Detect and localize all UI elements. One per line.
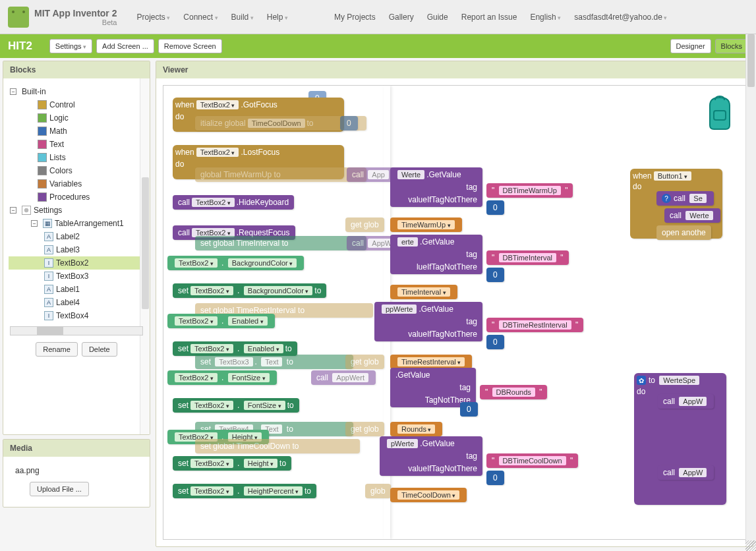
delete-button[interactable]: Delete — [82, 342, 117, 357]
blocks-button[interactable]: Blocks — [715, 39, 748, 53]
menu-build[interactable]: Build — [231, 13, 254, 22]
get-block[interactable]: get glob — [345, 218, 384, 232]
remove-screen-button[interactable]: Remove Screen — [158, 39, 222, 53]
resize-handle[interactable] — [745, 540, 756, 551]
proc-name[interactable]: WerteSpe — [659, 376, 699, 385]
builtin-logic[interactable]: Logic — [9, 111, 144, 125]
call-hidekeyboard-block[interactable]: call TextBox2 .HideKeyboard — [173, 195, 294, 210]
set-backgroundcolor-block[interactable]: set TextBox2 . BackgroundColor to — [173, 283, 326, 298]
set-block[interactable]: set TextBox3. Text to — [195, 355, 353, 369]
component-dropdown[interactable]: TextBox2 — [175, 316, 218, 326]
backpack-icon[interactable] — [703, 94, 736, 133]
var-block[interactable]: TimeWarmUp — [390, 218, 462, 232]
number-block[interactable]: 0 — [486, 200, 504, 215]
string-block[interactable]: " DBTimeRestInterval " — [486, 318, 583, 332]
component-dropdown[interactable]: TextBox2 — [190, 486, 233, 496]
call-block[interactable]: call Werte — [664, 208, 720, 223]
blocks-tree-scrollbar[interactable] — [140, 78, 150, 434]
set-heightpercent-block[interactable]: set TextBox2 . HeightPercent to — [173, 484, 316, 498]
var-block[interactable]: Rounds — [390, 422, 442, 436]
component-dropdown[interactable]: TextBox2 — [190, 286, 233, 295]
comp-label2[interactable]: ALabel2 — [9, 230, 144, 243]
property-dropdown[interactable]: Height — [244, 459, 277, 468]
builtin-colors[interactable]: Colors — [9, 164, 144, 177]
property-dropdown[interactable]: Enabled — [244, 344, 283, 353]
call-getvalue-block[interactable]: pWerte.GetValue tag valueIfTagNotThere — [380, 436, 482, 476]
set-enabled-block[interactable]: set TextBox2 . Enabled to — [173, 341, 297, 356]
number-block[interactable]: 0 — [486, 471, 504, 485]
comp-label3[interactable]: ALabel3 — [9, 243, 144, 256]
call-getvalue-block[interactable]: Werte.GetValue tag valueIfTagNotThere — [390, 167, 482, 207]
set-height-block[interactable]: set TextBox2 . Height to — [173, 456, 291, 471]
property-dropdown[interactable]: Enabled — [228, 316, 268, 326]
add-screen-button[interactable]: Add Screen ... — [96, 39, 154, 53]
comp-label1[interactable]: ALabel1 — [9, 283, 144, 296]
string-block[interactable]: " DBTimeWarmUp " — [486, 183, 573, 198]
component-dropdown[interactable]: TextBox2 — [175, 373, 218, 382]
get-block[interactable]: get glob — [345, 355, 384, 369]
builtin-text[interactable]: Text — [9, 138, 144, 151]
call-getvalue-block[interactable]: .GetValue tag TagNotThere — [390, 368, 476, 407]
var-block[interactable]: TimeCoolDown — [390, 488, 467, 502]
string-block[interactable]: " DBRounds " — [480, 385, 547, 399]
component-dropdown[interactable]: TextBox2 — [190, 401, 233, 410]
open-screen-block[interactable]: open anothe — [656, 225, 711, 240]
comp-textbox3[interactable]: ITextBox3 — [9, 270, 144, 283]
get-backgroundcolor-block[interactable]: TextBox2 . BackgroundColor — [167, 256, 304, 270]
comp-textbox4[interactable]: ITextBox4 — [9, 309, 144, 322]
get-block[interactable]: get glob — [345, 422, 384, 436]
collapse-icon[interactable]: − — [31, 220, 38, 227]
component-dropdown[interactable]: TextBox2 — [190, 344, 233, 353]
call-block[interactable]: call App — [347, 167, 396, 182]
window-scrollbar[interactable] — [745, 34, 756, 544]
set-block[interactable]: set global TimeInterval to — [195, 236, 366, 250]
menu-connect[interactable]: Connect — [183, 13, 218, 22]
call-getvalue-block[interactable]: ppWerte.GetValue tag valueIfTagNotThere — [374, 302, 482, 341]
call-block[interactable]: call AppW — [658, 394, 714, 409]
media-file[interactable]: aa.png — [10, 463, 143, 478]
set-global-block[interactable]: set global TimeCoolDown to — [195, 439, 360, 453]
component-dropdown[interactable]: TextBox2 — [190, 459, 233, 468]
gear-icon[interactable]: ✿ — [637, 376, 646, 385]
menu-gallery[interactable]: Gallery — [389, 13, 414, 22]
comp-label4[interactable]: ALabel4 — [9, 296, 144, 309]
builtins-node[interactable]: − Built-in — [9, 85, 144, 98]
get-enabled-block[interactable]: TextBox2 . Enabled — [167, 314, 275, 328]
collapse-icon[interactable]: − — [10, 88, 16, 95]
set-global-block[interactable]: global TimeWarmUp to — [195, 167, 366, 182]
blocks-tree[interactable]: − Built-in Control Logic Math Text Lists… — [3, 78, 150, 434]
component-dropdown[interactable]: TextBox2 — [192, 198, 235, 207]
var-block[interactable]: TimeInterval — [390, 285, 457, 299]
call-block[interactable]: call AppWert — [311, 370, 376, 385]
menu-user[interactable]: sasdfasdt4ret@yahoo.de — [574, 13, 667, 22]
menu-projects[interactable]: Projects — [136, 13, 170, 22]
table-node[interactable]: − ▦ TableArrangement1 — [9, 217, 144, 230]
set-fontsize-block[interactable]: set TextBox2 . FontSize to — [173, 398, 299, 413]
property-dropdown[interactable]: BackgroundColor — [228, 258, 297, 268]
designer-button[interactable]: Designer — [670, 39, 711, 53]
builtin-math[interactable]: Math — [9, 125, 144, 138]
menu-language[interactable]: English — [530, 13, 561, 22]
call-block[interactable]: ?call Se — [656, 191, 714, 206]
menu-guide[interactable]: Guide — [427, 13, 448, 22]
number-block[interactable]: 0 — [486, 335, 504, 349]
get-fontsize-block[interactable]: TextBox2 . FontSize — [167, 370, 277, 385]
value-block[interactable]: 0 — [340, 116, 358, 130]
string-block[interactable]: " DBTimeCoolDown " — [486, 453, 578, 468]
tree-hscroll[interactable] — [10, 326, 143, 335]
settings-button[interactable]: Settings — [49, 39, 92, 53]
component-dropdown[interactable]: Button1 — [654, 171, 691, 181]
builtin-variables[interactable]: Variables — [9, 177, 144, 190]
component-dropdown[interactable]: TextBox2 — [196, 100, 239, 109]
rename-button[interactable]: Rename — [36, 342, 78, 357]
menu-help[interactable]: Help — [267, 13, 288, 22]
property-dropdown[interactable]: HeightPercent — [244, 486, 303, 496]
number-block[interactable]: 0 — [486, 268, 504, 282]
get-block[interactable]: glob — [365, 484, 391, 498]
component-dropdown[interactable]: TextBox2 — [175, 258, 218, 268]
menu-myprojects[interactable]: My Projects — [334, 13, 376, 22]
number-block[interactable]: 0 — [460, 402, 478, 417]
builtin-control[interactable]: Control — [9, 98, 144, 111]
property-dropdown[interactable]: BackgroundColor — [244, 286, 313, 295]
collapse-icon[interactable]: − — [10, 207, 16, 214]
